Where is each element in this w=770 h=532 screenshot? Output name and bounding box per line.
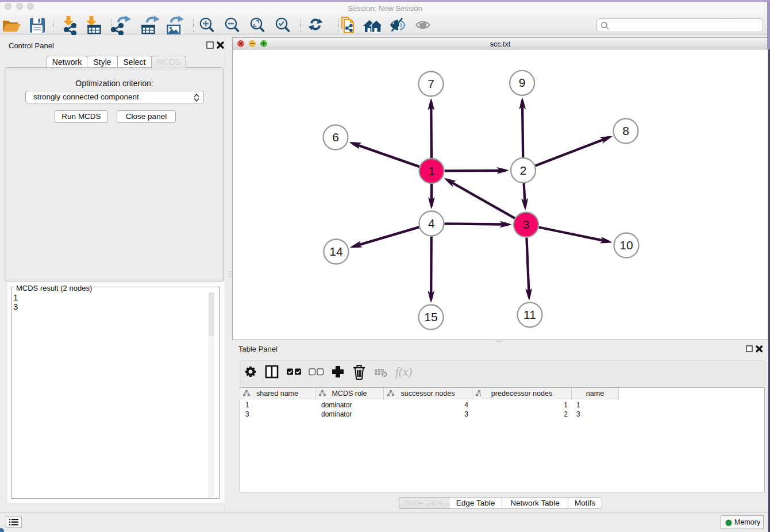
svg-text:8: 8 <box>622 124 629 137</box>
svg-text:7: 7 <box>428 77 434 90</box>
svg-text:2: 2 <box>520 164 527 177</box>
svg-text:10: 10 <box>619 238 633 252</box>
svg-text:f(x): f(x) <box>395 365 412 379</box>
svg-text:9: 9 <box>519 76 526 89</box>
svg-text:15: 15 <box>424 310 437 323</box>
svg-text:11: 11 <box>523 308 536 321</box>
svg-text:3: 3 <box>523 218 530 231</box>
svg-text:4: 4 <box>428 217 435 230</box>
svg-text:1: 1 <box>428 164 435 178</box>
svg-text:6: 6 <box>332 130 339 144</box>
svg-text:14: 14 <box>329 245 343 258</box>
